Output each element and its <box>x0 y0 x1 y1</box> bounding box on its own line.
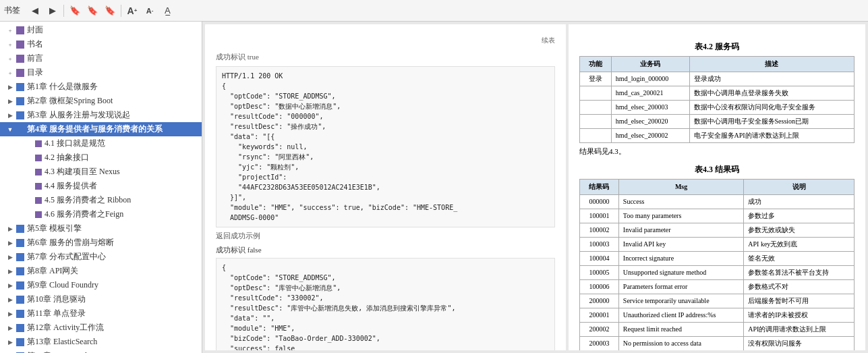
table-row: 100005Unsupported signature method参数签名算法… <box>580 265 855 279</box>
fail-label: 成功标识 false <box>216 244 555 256</box>
sidebar-item-ch4-2[interactable]: 4.2 抽象接口 <box>0 151 202 165</box>
table-row: 200000Service temporarily unavailable后端服… <box>580 294 855 308</box>
sidebar-item-ch8[interactable]: ▶第8章 API网关 <box>0 264 202 278</box>
nav-prev-btn[interactable]: ◀ <box>27 3 43 19</box>
right-page-panel[interactable]: 表4.2 服务码 功能 业务码 描述 登录hmd_login_000000登录成… <box>569 24 865 350</box>
nav-next-btn[interactable]: ▶ <box>45 3 61 19</box>
sidebar-item-ch4-4[interactable]: 4.4 服务提供者 <box>0 179 202 193</box>
sidebar-item-ch7[interactable]: ▶第7章 分布式配置中心 <box>0 250 202 264</box>
table43-title: 表4.3 结果码 <box>579 163 855 176</box>
sidebar-item-ch4-5[interactable]: 4.5 服务消费者之 Ribbon <box>0 193 202 207</box>
expand-icon-ch9: ▶ <box>5 281 15 290</box>
table-row: hmd_elsec_200003数据中心没有权限访问同化电子安全服务 <box>580 101 855 115</box>
sidebar-item-ch5[interactable]: ▶第5章 模板引擎 <box>0 221 202 236</box>
sidebar-item-ch11[interactable]: ▶第11章 单点登录 <box>0 306 202 321</box>
item-icon-ch4-6 <box>35 211 42 218</box>
expand-icon-ch5: ▶ <box>5 224 15 234</box>
sidebar-item-label-ch4-2: 4.2 抽象接口 <box>45 152 89 163</box>
table-row: hmd_cas_200021数据中心调用单点登录服务失败 <box>580 86 855 101</box>
sidebar-item-label-cover: 封面 <box>27 24 43 36</box>
table-row: 100006Parameters format error参数格式不对 <box>580 279 855 294</box>
item-icon-ch4-1 <box>35 140 42 147</box>
sidebar-item-label-ch10: 第10章 消息驱动 <box>27 294 86 305</box>
success-code-block: HTTP/1.1 200 OK { "optCode": "STORE_ADDM… <box>216 66 555 227</box>
sidebar-item-label-ch6: 第6章 服务的雪崩与熔断 <box>27 237 114 248</box>
item-icon-cover <box>16 26 24 34</box>
expand-icon-ch13: ▶ <box>5 337 15 347</box>
item-icon-ch4-4 <box>35 183 42 190</box>
sidebar-item-label-ch4-3: 4.3 构建项目至 Nexus <box>45 166 120 178</box>
item-icon-ch13 <box>16 338 24 346</box>
font-decrease-btn[interactable]: A- <box>142 3 158 19</box>
table-row: 100003Invalid API keyAPI key无效到底 <box>580 237 855 251</box>
success-label: 成功标识 true <box>216 51 259 63</box>
item-icon-title <box>16 40 24 49</box>
expand-icon-toc: + <box>5 68 15 78</box>
sidebar-item-label-ch1: 第1章 什么是微服务 <box>27 81 98 92</box>
sidebar-item-label-ch12: 第12章 Activity工作流 <box>27 322 104 333</box>
sidebar-item-label-ch4-6: 4.6 服务消费者之Feign <box>45 209 123 220</box>
middle-page-panel[interactable]: 续表 成功标识 true HTTP/1.1 200 OK { "optCode"… <box>205 24 566 350</box>
expand-icon-cover: + <box>5 26 15 35</box>
col-func: 功能 <box>580 57 612 72</box>
item-icon-ch4-5 <box>35 197 42 204</box>
bookmark-btn[interactable]: 🔖 <box>67 3 83 19</box>
sidebar-scroll[interactable]: +封面+书名+前言+目录▶第1章 什么是微服务▶第2章 微框架Spring Bo… <box>0 22 202 353</box>
table-row: 200001Unauthorized client IP address:%s请… <box>580 308 855 322</box>
return-success-label: 返回成功示例 <box>216 230 555 242</box>
sidebar-item-ch1[interactable]: ▶第1章 什么是微服务 <box>0 80 202 94</box>
sidebar-item-label-ch4-4: 4.4 服务提供者 <box>45 180 97 192</box>
sidebar-item-label-ch14: 第14章 ELK Stack <box>27 350 89 353</box>
table-row: 200003No permission to access data没有权限访问… <box>580 336 855 350</box>
sidebar: +封面+书名+前言+目录▶第1章 什么是微服务▶第2章 微框架Spring Bo… <box>0 22 202 353</box>
sidebar-item-ch4-3[interactable]: 4.3 构建项目至 Nexus <box>0 165 202 179</box>
item-icon-ch10 <box>16 296 24 304</box>
font-format-btn[interactable]: A̲ <box>159 3 175 19</box>
expand-icon-ch4-1 <box>24 139 34 148</box>
sidebar-item-label-ch5: 第5章 模板引擎 <box>27 223 82 234</box>
sidebar-item-label-ch13: 第13章 ElasticSearch <box>27 336 97 348</box>
item-icon-ch1 <box>16 83 24 91</box>
item-icon-ch4 <box>16 126 24 134</box>
expand-icon-ch4-3 <box>24 167 34 177</box>
item-icon-ch2 <box>16 97 24 105</box>
font-increase-btn[interactable]: A+ <box>124 3 140 19</box>
sidebar-item-ch14[interactable]: ▶第14章 ELK Stack <box>0 349 202 353</box>
sidebar-item-ch3[interactable]: ▶第3章 从服务注册与发现说起 <box>0 108 202 122</box>
item-icon-ch4-2 <box>35 155 42 161</box>
sidebar-item-cover[interactable]: +封面 <box>0 23 202 37</box>
bookmark-del-btn[interactable]: 🔖 <box>102 3 118 19</box>
expand-icon-ch2: ▶ <box>5 97 15 106</box>
item-icon-ch9 <box>16 281 24 290</box>
expand-icon-preface: + <box>5 54 15 63</box>
item-icon-toc <box>16 69 24 77</box>
table-row: 200002Request limit reachedAPI的调用请求数达到上限 <box>580 322 855 336</box>
sidebar-item-ch4[interactable]: ▼第4章 服务提供者与服务消费者的关系 <box>0 122 202 136</box>
table-row: hmd_elsec_200020数据中心调用电子安全服务Session已期 <box>580 115 855 129</box>
col-resultcode: 结果码 <box>580 179 619 194</box>
expand-icon-title: + <box>5 40 15 49</box>
sidebar-item-toc[interactable]: +目录 <box>0 65 202 80</box>
sidebar-item-ch6[interactable]: ▶第6章 服务的雪崩与熔断 <box>0 236 202 250</box>
sidebar-item-title[interactable]: +书名 <box>0 37 202 51</box>
sidebar-item-ch12[interactable]: ▶第12章 Activity工作流 <box>0 321 202 335</box>
result-note: 结果码见4.3。 <box>579 146 855 158</box>
sidebar-item-ch4-6[interactable]: 4.6 服务消费者之Feign <box>0 207 202 221</box>
sidebar-item-ch2[interactable]: ▶第2章 微框架Spring Boot <box>0 94 202 108</box>
sidebar-item-label-toc: 目录 <box>27 67 43 78</box>
expand-icon-ch7: ▶ <box>5 252 15 262</box>
fail-code-block: { "optCode": "STORE_ADDMSG", "optDesc": … <box>216 258 555 350</box>
sidebar-item-ch9[interactable]: ▶第9章 Cloud Foundry <box>0 278 202 292</box>
expand-icon-ch4-2 <box>24 153 34 163</box>
toolbar-label: 书签 <box>4 5 20 16</box>
sidebar-item-preface[interactable]: +前言 <box>0 51 202 65</box>
item-icon-ch12 <box>16 324 24 332</box>
sidebar-item-ch10[interactable]: ▶第10章 消息驱动 <box>0 292 202 306</box>
item-icon-ch8 <box>16 267 24 275</box>
sidebar-item-ch4-1[interactable]: 4.1 接口就是规范 <box>0 136 202 151</box>
col-bizcode: 业务码 <box>611 57 689 72</box>
sidebar-item-ch13[interactable]: ▶第13章 ElasticSearch <box>0 335 202 349</box>
item-icon-ch6 <box>16 239 24 247</box>
col-desc: 描述 <box>689 57 854 72</box>
bookmark-add-btn[interactable]: 🔖 <box>84 3 100 19</box>
